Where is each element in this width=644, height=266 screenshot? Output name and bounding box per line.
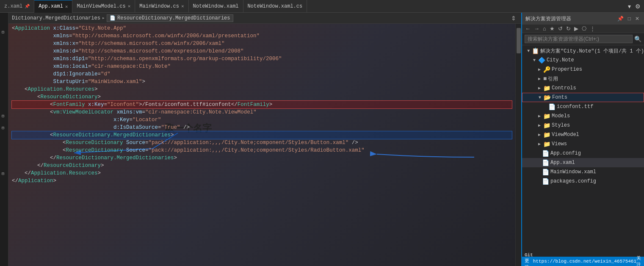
tree-item-project[interactable]: ▼ 🔷 City.Note — [522, 55, 644, 65]
toolbar-icons-row: ← → ⌂ ★ ↺ ↻ ▶ ⎔ ⋮ — [522, 25, 644, 33]
tab-dropdown-btn[interactable]: ▾ — [626, 2, 633, 11]
tab-app-xaml[interactable]: App.xaml ✕ — [34, 0, 72, 13]
sync-btn[interactable]: ↺ — [557, 25, 564, 32]
code-line-13: x:Key="Locator" — [12, 116, 512, 124]
tree-item-packages-config[interactable]: 📄 packages.config — [522, 177, 644, 186]
nav-back-btn[interactable]: ← — [524, 25, 532, 32]
tree-item-views[interactable]: ▶ 📁 Views — [522, 139, 644, 149]
file-ttf-icon: 📄 — [548, 103, 556, 111]
search-input[interactable] — [525, 35, 633, 43]
item-label: MainWindow.xaml — [550, 169, 596, 175]
editor-area: Dictionary.MergedDictionaries ▸ 📄 Resour… — [8, 13, 521, 266]
tree-item-iconfont[interactable]: ▶ 📄 iconfont.ttf — [522, 102, 644, 111]
folder-open-icon: 📂 — [544, 94, 551, 101]
properties-icon: 🔑 — [543, 66, 550, 73]
properties-btn[interactable]: ★ — [548, 25, 556, 32]
expand-arrow[interactable]: ▶ — [537, 141, 542, 147]
item-label: 引用 — [548, 75, 558, 83]
scroll-track[interactable] — [515, 24, 521, 266]
tree-item-fonts[interactable]: ▼ 📂 Fonts — [522, 93, 644, 102]
scroll-thumb[interactable] — [517, 28, 521, 53]
panel-pin-btn[interactable]: 📌 — [616, 15, 625, 22]
tree-item-styles[interactable]: ▶ 📁 Styles — [522, 121, 644, 130]
tree-item-solution[interactable]: ▼ 📋 解决方案"City.Note"(1 个项目/共 1 个) — [522, 46, 644, 55]
tree-item-models[interactable]: ▶ 📁 Models — [522, 111, 644, 121]
tab-z-xaml[interactable]: z.xaml 📌 — [0, 0, 34, 13]
settings-btn2[interactable]: ⎔ — [580, 25, 588, 32]
file-config-icon2: 📄 — [542, 178, 549, 185]
expand-arrow[interactable]: ▶ — [537, 114, 542, 119]
expand-arrow[interactable]: ▼ — [537, 95, 542, 100]
expand-arrow[interactable]: ▼ — [526, 49, 531, 53]
code-editor[interactable]: ​<Application x:Class="City.Note.App" xm… — [8, 24, 521, 266]
expand-arrow[interactable]: ▶ — [537, 67, 542, 72]
tree-item-app-xaml[interactable]: 📄 App.xaml — [522, 158, 644, 167]
search-submit-btn[interactable]: 🔍 — [634, 36, 641, 42]
git-label: Git 更改 — [525, 252, 533, 266]
expand-arrow[interactable]: ▶ — [537, 123, 542, 128]
collapse-icon-3[interactable]: ⊟ — [2, 125, 4, 130]
code-line-21: </Application> — [12, 177, 512, 185]
breadcrumb-left: Dictionary.MergedDictionaries — [12, 15, 100, 21]
item-label: ViewModel — [552, 132, 579, 138]
tree-item-references[interactable]: ▶ ■ 引用 — [522, 74, 644, 83]
code-line-1: ​<Application x:Class="City.Note.App" — [12, 25, 512, 32]
nav-forward-btn[interactable]: → — [533, 25, 541, 32]
home-btn[interactable]: ⌂ — [542, 25, 547, 32]
search-bar: 🔍 — [522, 33, 644, 45]
folder-icon: 📁 — [543, 122, 550, 129]
close-icon[interactable]: ✕ — [181, 3, 184, 9]
folder-icon: 📁 — [543, 113, 550, 120]
blog-link[interactable]: https://blog.csdn.net/weixin_46575461 — [533, 259, 636, 264]
expand-arrow-project[interactable]: ▼ — [532, 58, 537, 63]
panel-close-btn[interactable]: ✕ — [634, 15, 641, 22]
bottom-status-bar: Git 更改 https://blog.csdn.net/weixin_4657… — [521, 257, 644, 266]
tab-notewindow-xaml[interactable]: NoteWindow.xaml — [189, 0, 243, 13]
close-icon[interactable]: ✕ — [128, 3, 131, 9]
tree-item-properties[interactable]: ▶ 🔑 Properties — [522, 65, 644, 74]
item-label: Models — [552, 113, 570, 119]
tab-bar: z.xaml 📌 App.xaml ✕ MainViewModel.cs ✕ M… — [0, 0, 644, 13]
tree-item-viewmodel[interactable]: ▶ 📁 ViewModel — [522, 130, 644, 139]
tab-settings-btn[interactable]: ⚙ — [633, 2, 642, 11]
tab-mainviewmodel-cs[interactable]: MainViewModel.cs ✕ — [72, 0, 135, 13]
tab-mainwindow-cs[interactable]: MainWindow.cs ✕ — [135, 0, 188, 13]
item-label: Properties — [552, 66, 582, 72]
tree-item-app-config[interactable]: 📄 App.config — [522, 149, 644, 158]
item-label: Fonts — [552, 94, 567, 100]
tab-label: MainViewModel.cs — [77, 3, 125, 9]
breadcrumb-sep: ▸ — [102, 15, 105, 21]
collapse-icon-4[interactable]: ⊟ — [2, 171, 4, 176]
breadcrumb-action-btn[interactable]: ⇕ — [509, 14, 518, 22]
item-label: Styles — [552, 122, 570, 128]
run-btn[interactable]: ▶ — [573, 25, 580, 32]
editor-left-margin: ⊟ ⊟ ⊟ ⊟ — [0, 13, 8, 266]
folder-icon: 📁 — [543, 141, 550, 148]
code-line-14: d:IsDataSource="True" /> — [12, 124, 512, 131]
breadcrumb-bar: Dictionary.MergedDictionaries ▸ 📄 Resour… — [8, 13, 521, 24]
expand-arrow[interactable]: ▶ — [537, 132, 542, 137]
collapse-icon-1[interactable]: ⊟ — [2, 30, 4, 35]
tree-item-controls[interactable]: ▶ 📁 Controls — [522, 83, 644, 93]
code-line-3: xmlns:x="http://schemas.microsoft.com/wi… — [12, 40, 512, 47]
code-line-10: <ResourceDictionary> — [12, 93, 512, 101]
tree-view[interactable]: ▼ 📋 解决方案"City.Note"(1 个项目/共 1 个) ▼ 🔷 Cit… — [522, 45, 644, 266]
code-line-11: <FontFamily x:Key="Iconfont">/Fonts/icon… — [12, 101, 512, 108]
expand-arrow[interactable]: ▶ — [537, 86, 542, 91]
close-icon[interactable]: ✕ — [65, 4, 68, 9]
code-line-7: d1p1:Ignorable="d" — [12, 70, 512, 78]
code-line-17: <ResourceDictionary Source="pack://appli… — [12, 147, 512, 154]
panel-maximize-btn[interactable]: □ — [627, 15, 632, 22]
code-line-8: StartupUri="MainWindow.xaml"> — [12, 78, 512, 86]
code-content-area[interactable]: ​<Application x:Class="City.Note.App" xm… — [8, 24, 515, 266]
more-btn[interactable]: ⋮ — [589, 25, 597, 32]
solution-label: 解决方案"City.Note"(1 个项目/共 1 个) — [540, 47, 644, 55]
tab-notewindow-xaml-cs[interactable]: NoteWindow.xaml.cs — [243, 0, 307, 13]
refresh-btn[interactable]: ↻ — [565, 25, 572, 32]
expand-arrow[interactable]: ▶ — [537, 76, 542, 81]
collapse-icon-2[interactable]: ⊟ — [2, 114, 4, 119]
code-line-18: </ResourceDictionary.MergedDictionaries> — [12, 154, 512, 162]
tree-item-mainwindow-xaml[interactable]: 📄 MainWindow.xaml — [522, 167, 644, 177]
code-line-15: <ResourceDictionary.MergedDictionaries> — [12, 131, 512, 139]
item-label: Views — [552, 141, 567, 147]
